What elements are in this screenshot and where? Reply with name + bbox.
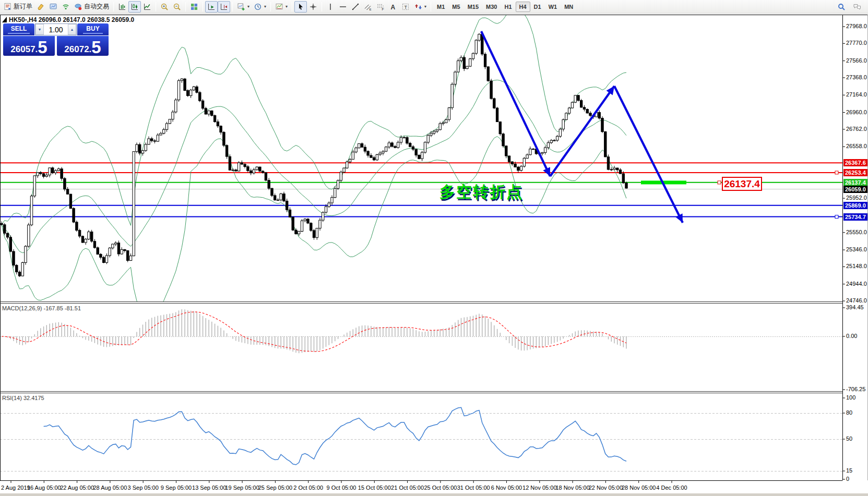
date-label: 2 Oct 05:00: [293, 485, 323, 491]
text-button[interactable]: A: [387, 1, 399, 13]
toolbar-separator: [270, 2, 271, 11]
candlestick-chart-button[interactable]: [128, 1, 141, 13]
arrows-icon: [414, 3, 422, 11]
timeframe-h1-button[interactable]: H1: [501, 2, 515, 12]
toolbar-separator: [292, 2, 292, 11]
timeframe-w1-button[interactable]: W1: [545, 2, 561, 12]
date-label: 16 Aug 05:00: [27, 485, 61, 491]
autotrading-button[interactable]: 自动交易: [72, 1, 111, 13]
volume-down-icon: ▼: [38, 28, 42, 31]
price-tick-label: 26960.0: [846, 109, 867, 115]
volume-down-button[interactable]: ▼: [35, 24, 44, 35]
buy-button[interactable]: BUY: [77, 23, 109, 35]
periods-button[interactable]: ▾: [252, 1, 268, 13]
rsi-tick-label: 0: [846, 476, 849, 482]
market-watch-button[interactable]: [47, 1, 60, 13]
dropdown-arrow-icon: ▾: [264, 4, 266, 9]
sell-price-main: 26057: [10, 45, 35, 54]
svg-text:A: A: [391, 3, 396, 10]
timeframe-m30-button[interactable]: M30: [482, 2, 501, 12]
chart-shift-button[interactable]: [218, 1, 230, 13]
sell-button[interactable]: SELL: [3, 23, 34, 35]
bottom-strip: [0, 493, 868, 496]
volume-input[interactable]: [44, 24, 68, 35]
timeframe-m15-button[interactable]: M15: [464, 2, 482, 12]
price-level-label: 26253.4: [843, 169, 867, 176]
line-chart-button[interactable]: [141, 1, 153, 13]
vertical-line-button[interactable]: [324, 1, 337, 13]
rsi-indicator-label: RSI(14) 32.4175: [2, 395, 44, 401]
auto-scroll-button[interactable]: [205, 1, 218, 13]
chart-canvas[interactable]: [0, 0, 868, 496]
date-label: 25 Oct 05:00: [424, 485, 457, 491]
toolbar-separator: [232, 2, 233, 11]
date-label: 22 Nov 05:00: [589, 485, 623, 491]
text-label-button[interactable]: T: [399, 1, 412, 13]
rsi-tick-label: 50: [846, 435, 852, 442]
horizontal-line-button[interactable]: [337, 1, 349, 13]
price-callout: 26137.4: [722, 177, 762, 191]
shift-icon: [220, 3, 228, 11]
timeframe-h4-button[interactable]: H4: [516, 2, 530, 12]
tile-windows-button[interactable]: [188, 1, 200, 13]
search-button[interactable]: [835, 1, 848, 13]
cursor-icon: [296, 3, 305, 11]
timeframe-m5-button[interactable]: M5: [448, 2, 463, 12]
toolbar: 新订单自动交易▾▾▾EFAT▾M1M5M15M30H1H4D1W1MN: [0, 0, 868, 14]
price-tick-label: 26762.0: [846, 126, 867, 132]
timeframe-m1-button[interactable]: M1: [433, 2, 448, 12]
date-label: 31 Oct 05:00: [457, 485, 490, 491]
autotrading-icon: [74, 3, 82, 11]
sell-price-display[interactable]: 26057.5: [3, 36, 55, 56]
date-label: 19 Sep 05:00: [225, 485, 259, 491]
price-tick-label: 27968.0: [846, 23, 867, 29]
cursor-button[interactable]: [294, 1, 307, 13]
date-label: 22 Aug 05:00: [60, 485, 94, 491]
channel-icon: E: [364, 3, 372, 11]
toolbar-separator: [113, 2, 114, 11]
trendline-button[interactable]: [349, 1, 362, 13]
date-label: 25 Sep 05:00: [258, 485, 292, 491]
bar-chart-button[interactable]: [116, 1, 128, 13]
rsi-tick-label: 80: [846, 409, 852, 416]
timeframe-mn-button[interactable]: MN: [561, 2, 577, 12]
price-level-label: 25734.7: [843, 213, 867, 221]
templates-button[interactable]: ▾: [273, 1, 290, 13]
svg-text:F: F: [382, 7, 384, 10]
bars-icon: [118, 3, 126, 11]
fibonacci-button[interactable]: F: [374, 1, 387, 13]
zoom-out-button[interactable]: [171, 1, 183, 13]
macd-indicator-label: MACD(12,26,9) -167.85 -81.51: [2, 305, 81, 311]
buy-price-big: 5: [91, 40, 101, 54]
buy-button-label: BUY: [83, 25, 102, 34]
signals-button[interactable]: [60, 1, 72, 13]
toolbar-right-group: [835, 1, 866, 13]
arrows-button[interactable]: ▾: [412, 1, 429, 13]
price-tick-label: 26558.0: [846, 143, 867, 149]
date-label: 21 Oct 05:00: [391, 485, 424, 491]
toolbar-separator: [156, 2, 156, 11]
price-level-label: 25869.0: [843, 202, 867, 209]
fibo-icon: F: [376, 3, 385, 11]
new-chart-button[interactable]: ▾: [235, 1, 252, 13]
crosshair-button[interactable]: [307, 1, 319, 13]
volume-up-button[interactable]: ▲: [68, 24, 76, 35]
chat-button[interactable]: [851, 1, 863, 13]
metaeditor-button[interactable]: [34, 1, 47, 13]
neworder-icon: [4, 3, 12, 11]
hline-icon: [339, 3, 347, 11]
timeframe-d1-button[interactable]: D1: [530, 2, 545, 12]
one-click-trading-panel: SELL ▼ ▲ BUY 26057.5 26072.5: [3, 23, 109, 56]
clock-icon: [254, 3, 262, 11]
zoom-in-button[interactable]: [158, 1, 171, 13]
new-order-button[interactable]: 新订单: [2, 1, 34, 13]
equidistant-channel-button[interactable]: E: [362, 1, 374, 13]
buy-price-display[interactable]: 26072.5: [57, 36, 109, 56]
autotrading-button-label: 自动交易: [84, 2, 109, 11]
candles-icon: [130, 3, 139, 11]
price-tick-label: 25952.0: [846, 195, 867, 201]
date-label: 2 Aug 2019: [1, 485, 30, 491]
price-tick-label: 27368.0: [846, 74, 867, 80]
metaeditor-icon: [37, 3, 45, 11]
texta-icon: A: [389, 3, 397, 11]
